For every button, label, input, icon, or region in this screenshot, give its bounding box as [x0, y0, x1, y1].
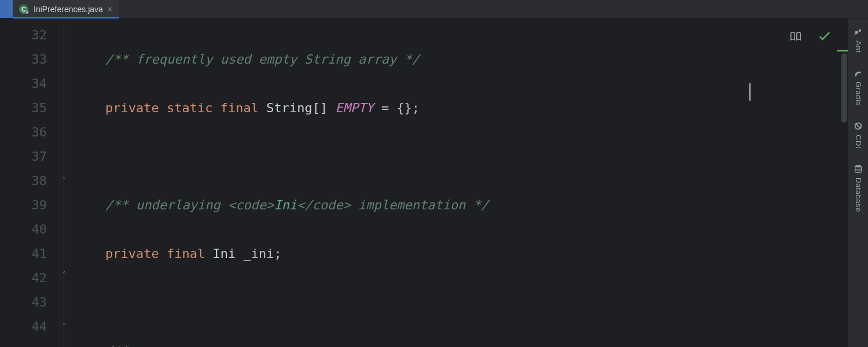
svg-point-4: [855, 31, 858, 34]
cdi-icon: [853, 121, 863, 131]
line-number: 34: [0, 72, 47, 96]
tool-window-gradle[interactable]: Gradle: [853, 68, 863, 106]
fold-toggle-icon[interactable]: ⌄: [60, 172, 68, 180]
line-number: 42: [0, 266, 47, 290]
line-number: 32: [0, 23, 47, 47]
right-tool-dock: Ant Gradle CDI Database: [848, 19, 868, 347]
tabbar-accent: [0, 0, 13, 18]
line-number: 36: [0, 120, 47, 145]
java-class-file-icon: C: [19, 4, 29, 14]
inspection-ok-icon[interactable]: [818, 30, 831, 43]
line-number: 37: [0, 145, 47, 169]
code-area[interactable]: /** frequently used empty String array *…: [74, 19, 848, 347]
line-number: 33: [0, 47, 47, 72]
line-number: 35: [0, 96, 47, 120]
line-number: 40: [0, 217, 47, 242]
database-icon: [853, 164, 863, 174]
file-tab-inipreferences[interactable]: C IniPreferences.java ×: [13, 0, 119, 18]
inspection-stripe-ok: [837, 50, 848, 51]
code-editor[interactable]: 32 33 34 35 36 37 38 39 40 41 42 43 44 ⌄…: [0, 19, 848, 347]
line-number: 43: [0, 290, 47, 315]
file-tab-label: IniPreferences.java: [34, 5, 103, 14]
close-tab-icon[interactable]: ×: [108, 5, 112, 14]
svg-rect-3: [26, 12, 28, 13]
line-number: 44: [0, 315, 47, 339]
text-caret: [749, 83, 751, 101]
editor-top-right-icons: [789, 30, 831, 43]
fold-toggle-icon[interactable]: ⌃: [60, 270, 68, 278]
tool-window-ant[interactable]: Ant: [853, 27, 863, 53]
fold-column: ⌄ ⌃ ⌄: [60, 19, 74, 347]
fold-toggle-icon[interactable]: ⌄: [60, 318, 68, 326]
line-number-gutter: 32 33 34 35 36 37 38 39 40 41 42 43 44: [0, 19, 60, 347]
ant-icon: [853, 27, 863, 37]
editor-tabbar: C IniPreferences.java ×: [0, 0, 868, 19]
line-number: 39: [0, 193, 47, 217]
reader-mode-icon[interactable]: [789, 30, 802, 43]
svg-point-7: [855, 165, 862, 168]
gradle-icon: [853, 68, 863, 78]
tool-window-database[interactable]: Database: [853, 164, 863, 212]
workspace: 32 33 34 35 36 37 38 39 40 41 42 43 44 ⌄…: [0, 19, 868, 347]
editor-scrollbar-thumb[interactable]: [841, 53, 847, 123]
line-number: 38: [0, 169, 47, 193]
tool-window-cdi[interactable]: CDI: [853, 121, 863, 149]
line-number: 41: [0, 242, 47, 266]
